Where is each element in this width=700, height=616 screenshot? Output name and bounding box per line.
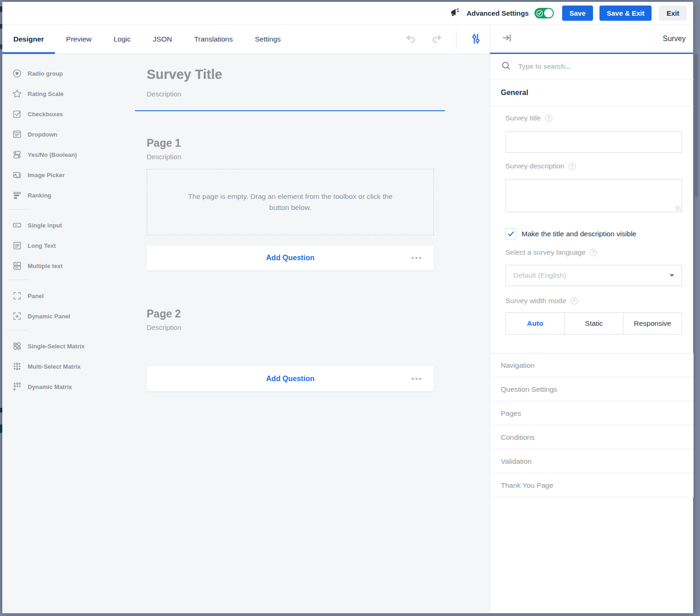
survey-creator-window: Advanced Settings Save Save & Exit Exit … (2, 2, 693, 613)
exit-button[interactable]: Exit (659, 6, 687, 21)
page1-description[interactable]: Description (147, 153, 181, 161)
tab-translations[interactable]: Translations (183, 25, 244, 54)
help-icon[interactable] (545, 114, 552, 122)
advanced-settings-toggle[interactable] (534, 8, 554, 18)
tab-designer[interactable]: Designer (2, 25, 55, 54)
title-visibility-checkbox-row[interactable]: Make the title and description visible (505, 228, 636, 239)
width-mode-static[interactable]: Static (564, 313, 623, 334)
width-mode-auto[interactable]: Auto (506, 313, 564, 334)
tab-json[interactable]: JSON (142, 25, 183, 54)
toolbox-item-label: Dynamic Matrix (28, 383, 72, 390)
toolbox-item-label: Radio group (28, 70, 63, 77)
toolbox-item-dropdown[interactable]: Dropdown (2, 124, 137, 144)
dot (415, 378, 417, 380)
survey-title-input[interactable] (505, 132, 682, 153)
section-thank-you-page[interactable]: Thank You Page (490, 473, 694, 497)
toggle-knob (544, 9, 553, 18)
toolbox-item-text[interactable]: Single input (2, 215, 137, 235)
page2-menu-button[interactable] (409, 375, 424, 383)
toolbox-item-comment[interactable]: Long Text (2, 235, 137, 256)
undo-icon[interactable] (404, 32, 417, 47)
tab-settings[interactable]: Settings (244, 25, 292, 54)
panel-title: Survey (663, 35, 686, 43)
toolbox-item-rating[interactable]: Rating Scale (2, 84, 137, 104)
toolbox-item-imagepicker[interactable]: Image Picker (2, 165, 137, 185)
survey-title[interactable]: Survey Title (147, 67, 222, 82)
section-navigation[interactable]: Navigation (490, 353, 694, 377)
help-icon[interactable] (569, 162, 576, 170)
multi-select-matrix-icon (12, 361, 22, 371)
page1-title[interactable]: Page 1 (147, 137, 181, 150)
toolbox-item-multipletext[interactable]: Multiple text (2, 256, 137, 276)
language-select-value: Default (English) (513, 271, 566, 280)
collapse-panel-icon[interactable] (501, 32, 513, 46)
toolbox-item-matrix-single[interactable]: Single-Select Matrix (2, 336, 137, 356)
toolbox-item-label: Panel (28, 293, 44, 299)
tab-label: Translations (194, 35, 233, 43)
page-scrollbar-thumb[interactable] (694, 54, 698, 197)
width-mode-responsive[interactable]: Responsive (623, 313, 682, 334)
toolbox-item-ranking[interactable]: Ranking (2, 185, 137, 205)
toolbox-item-matrix-multi[interactable]: Multi-Select Matrix (2, 356, 137, 377)
tab-label: Settings (255, 35, 281, 43)
survey-description-field (505, 179, 682, 212)
add-question-button[interactable]: Add Question (266, 375, 314, 383)
page2-title[interactable]: Page 2 (147, 308, 181, 320)
toolbox-item-matrix-dynamic[interactable]: Dynamic Matrix (2, 377, 137, 397)
toolbox-item-label: Dynamic Panel (28, 313, 71, 320)
toolbox-item-radiogroup[interactable]: Radio group (2, 63, 137, 84)
ranking-icon (12, 190, 22, 200)
dot (419, 378, 421, 380)
toolbox: Radio group Rating Scale Checkboxes Drop… (2, 63, 137, 397)
section-conditions[interactable]: Conditions (490, 425, 694, 449)
toolbox-item-paneldynamic[interactable]: Dynamic Panel (2, 306, 137, 326)
history-controls (404, 25, 482, 54)
add-question-button[interactable]: Add Question (266, 254, 314, 262)
toolbox-item-panel[interactable]: Panel (2, 286, 137, 306)
save-button[interactable]: Save (562, 6, 593, 21)
rating-scale-icon (12, 89, 22, 99)
settings-sliders-icon[interactable] (469, 32, 482, 47)
page1-empty-dropzone[interactable]: The page is empty. Drag an element from … (147, 169, 434, 235)
language-label-row: Select a survey language (505, 248, 597, 257)
toolbox-divider (8, 209, 29, 209)
page2-description[interactable]: Description (147, 323, 181, 331)
radio-group-icon (12, 68, 22, 78)
dot (412, 378, 414, 380)
tab-preview[interactable]: Preview (55, 25, 102, 54)
dot (419, 257, 421, 259)
survey-description-textarea[interactable] (505, 179, 682, 212)
save-and-exit-button[interactable]: Save & Exit (599, 6, 652, 21)
megaphone-icon[interactable] (449, 6, 461, 20)
dot (415, 257, 417, 259)
survey-description[interactable]: Description (147, 90, 181, 98)
dropdown-icon (12, 129, 22, 139)
property-panel: General Survey title Survey description … (490, 54, 693, 613)
multiple-text-icon (12, 261, 22, 271)
section-question-settings[interactable]: Question Settings (490, 377, 694, 401)
page1-menu-button[interactable] (409, 254, 424, 262)
toolbox-item-boolean[interactable]: Yes/No (Boolean) (2, 144, 137, 165)
language-select[interactable]: Default (English) (505, 265, 682, 286)
tab-logic[interactable]: Logic (102, 25, 142, 54)
yes-no-boolean-icon (12, 150, 22, 160)
redo-icon[interactable] (430, 32, 443, 47)
resize-handle-icon[interactable] (676, 206, 681, 211)
tab-label: Designer (13, 35, 44, 43)
section-label: Thank You Page (501, 481, 553, 490)
section-label: Navigation (501, 361, 534, 370)
help-icon[interactable] (590, 249, 597, 256)
width-mode-segmented-control: Auto Static Responsive (505, 312, 682, 335)
field-label: Survey description (505, 162, 564, 170)
checkbox-checked[interactable] (505, 228, 516, 239)
section-validation[interactable]: Validation (490, 449, 694, 473)
section-pages[interactable]: Pages (490, 401, 694, 425)
toolbox-item-checkboxes[interactable]: Checkboxes (2, 104, 137, 124)
property-search-input[interactable] (517, 62, 656, 71)
help-icon[interactable] (570, 297, 578, 305)
width-mode-label-row: Survey width mode (505, 297, 578, 305)
section-general-header[interactable]: General (490, 79, 694, 106)
chevron-down-icon (670, 274, 674, 277)
page2-add-question-card: Add Question (147, 366, 434, 391)
dynamic-panel-icon (12, 311, 22, 321)
